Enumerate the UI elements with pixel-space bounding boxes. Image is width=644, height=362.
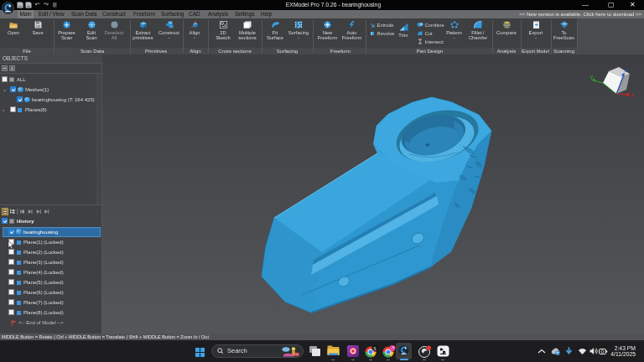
svg-text:x: x bbox=[631, 92, 635, 98]
svg-text:z: z bbox=[625, 67, 628, 73]
svg-text:S: S bbox=[373, 345, 377, 350]
svg-text:Y: Y bbox=[589, 75, 594, 80]
